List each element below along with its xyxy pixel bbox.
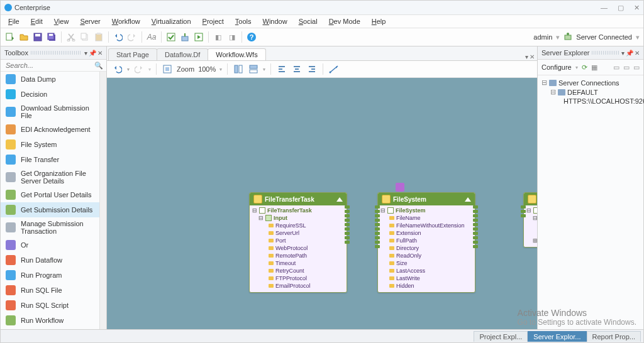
menu-workflow[interactable]: Workflow	[107, 16, 145, 26]
explorer-tool-b-icon[interactable]: ▭	[613, 63, 619, 72]
node-run-dataflow[interactable]: RunDataflow ⊟ RunDataflow⊟ Input$JobFile…	[523, 192, 537, 248]
cut-icon[interactable]	[65, 31, 77, 43]
menu-dev-mode[interactable]: Dev Mode	[324, 16, 365, 26]
chevron-up-icon[interactable]	[465, 197, 471, 202]
toolbox-item-manage-submission-transaction[interactable]: Manage Submission Transaction	[1, 217, 99, 237]
item-icon	[6, 270, 16, 280]
menu-help[interactable]: Help	[367, 16, 391, 26]
toolbox-item-get-organization-file-server-details[interactable]: Get Organization File Server Details	[1, 167, 99, 187]
layout-b-icon[interactable]	[248, 63, 259, 75]
connector-icon[interactable]	[328, 63, 340, 75]
tab-workflow-wfs[interactable]: Workflow.Wfs	[208, 48, 265, 60]
zoom-value[interactable]: 100%	[198, 65, 216, 73]
paste-icon[interactable]	[93, 31, 104, 43]
toolbox-item-run-sql-file[interactable]: Run SQL File	[1, 283, 99, 298]
menu-view[interactable]: View	[49, 16, 74, 26]
explorer-pin-icon[interactable]: 📌	[626, 50, 633, 57]
menu-tools[interactable]: Tools	[230, 16, 257, 26]
toolbox-search: 🔍	[1, 60, 106, 72]
minimize-icon[interactable]: —	[601, 4, 608, 12]
separator	[161, 31, 162, 43]
menu-window[interactable]: Window	[258, 16, 292, 26]
toolbox-item-file-system[interactable]: File System	[1, 137, 99, 152]
svg-rect-2	[35, 34, 40, 36]
toolbox-item-run-program[interactable]: Run Program	[1, 268, 99, 283]
toolbox-dropdown-icon[interactable]: ▾	[84, 50, 87, 57]
run-icon[interactable]	[193, 31, 204, 43]
toolbox-scrollbar[interactable]	[99, 72, 106, 329]
toolbox-item-decision[interactable]: Decision	[1, 87, 99, 102]
workflow-canvas[interactable]: FileTransferTask ⊟ FileTransferTask⊟ Inp…	[107, 78, 537, 329]
tab-close-icon[interactable]: ✕	[530, 53, 535, 60]
explorer-tool-a-icon[interactable]: ▦	[591, 63, 597, 72]
explorer-close-icon[interactable]: ✕	[635, 50, 640, 57]
explorer-tool-c-icon[interactable]: ▭	[623, 63, 630, 72]
tree-server-item[interactable]: HTTPS:\\LOCALHOST:9261	[541, 97, 640, 106]
toolbox-item-file-transfer[interactable]: File Transfer	[1, 152, 99, 167]
font-icon[interactable]: Aa	[146, 31, 157, 43]
action-a-icon[interactable]: ◧	[213, 31, 224, 43]
menu-virtualization[interactable]: Virtualization	[147, 16, 196, 26]
status-tab-1[interactable]: Server Explor...	[528, 331, 586, 342]
node-file-system[interactable]: FileSystem ⊟ FileSystemFileNameFileNameW…	[377, 192, 475, 293]
validate-icon[interactable]	[165, 31, 177, 43]
toolbox-close-icon[interactable]: ✕	[97, 50, 103, 57]
configure-button[interactable]: Configure	[541, 63, 572, 71]
help-icon[interactable]: ?	[246, 31, 257, 43]
chevron-up-icon[interactable]	[336, 197, 343, 202]
tab-start-page[interactable]: Start Page	[108, 48, 157, 60]
save-icon[interactable]	[32, 31, 43, 43]
redo-icon[interactable]	[126, 31, 138, 43]
copy-icon[interactable]	[79, 31, 91, 43]
toolbox-item-run-dataflow[interactable]: Run Dataflow	[1, 253, 99, 268]
canvas-redo-icon[interactable]	[133, 63, 145, 75]
toolbox-item-or[interactable]: Or	[1, 237, 99, 253]
server-icon	[558, 89, 565, 95]
close-icon[interactable]: ✕	[634, 4, 640, 12]
canvas-undo-icon[interactable]	[112, 63, 123, 75]
undo-icon[interactable]	[113, 31, 124, 43]
toolbox-item-get-submission-details[interactable]: Get Submission Details	[1, 202, 99, 217]
toolbox-item-data-dump[interactable]: Data Dump	[1, 72, 99, 87]
refresh-icon[interactable]: ⟳	[582, 63, 587, 72]
explorer-dropdown-icon[interactable]: ▾	[621, 50, 625, 57]
toolbox-item-edi-acknowledgement[interactable]: EDI Acknowledgement	[1, 122, 99, 137]
toolbox-item-download-submission-file[interactable]: Download Submission File	[1, 102, 99, 122]
item-icon	[6, 172, 16, 182]
node-file-transfer-task[interactable]: FileTransferTask ⊟ FileTransferTask⊟ Inp…	[249, 192, 347, 293]
align-left-icon[interactable]	[276, 63, 287, 75]
item-label: Data Dump	[21, 75, 56, 83]
status-tab-2[interactable]: Report Prop...	[587, 331, 641, 342]
toolbox-item-run-workflow[interactable]: Run Workflow	[1, 313, 99, 328]
align-center-icon[interactable]	[291, 63, 303, 75]
toolbox-pin-icon[interactable]: 📌	[89, 50, 96, 57]
open-icon[interactable]	[18, 31, 30, 43]
item-label: EDI Acknowledgement	[21, 126, 91, 133]
tab-dropdown-icon[interactable]: ▾	[525, 53, 528, 60]
new-dropdown-icon[interactable]	[4, 31, 16, 43]
align-right-icon[interactable]	[306, 63, 318, 75]
tab-dataflow-df[interactable]: Dataflow.Df	[157, 48, 208, 60]
tree-root[interactable]: ⊟Server Connections	[541, 78, 640, 87]
menu-server[interactable]: Server	[75, 16, 105, 26]
play-icon	[528, 195, 536, 204]
search-icon[interactable]: 🔍	[94, 62, 103, 70]
menu-project[interactable]: Project	[197, 16, 229, 26]
maximize-icon[interactable]: ▢	[618, 4, 624, 12]
server-deploy-icon[interactable]	[179, 31, 191, 43]
toolbox-item-run-sql-script[interactable]: Run SQL Script	[1, 298, 99, 313]
fit-icon[interactable]	[162, 63, 173, 75]
action-b-icon[interactable]: ◨	[226, 31, 238, 43]
layout-a-icon[interactable]	[233, 63, 244, 75]
menu-social[interactable]: Social	[294, 16, 323, 26]
status-tab-0[interactable]: Project Expl...	[474, 331, 528, 342]
menu-edit[interactable]: Edit	[26, 16, 48, 26]
save-all-icon[interactable]	[46, 31, 57, 43]
explorer-tool-d-icon[interactable]: ▭	[633, 63, 640, 72]
menu-file[interactable]: File	[3, 16, 25, 26]
item-label: Run Program	[21, 271, 62, 279]
toolbox-item-get-portal-user-details[interactable]: Get Portal User Details	[1, 187, 99, 202]
server-status-icon	[564, 32, 572, 42]
search-input[interactable]	[4, 61, 94, 70]
tree-default[interactable]: ⊟DEFAULT	[541, 87, 640, 97]
